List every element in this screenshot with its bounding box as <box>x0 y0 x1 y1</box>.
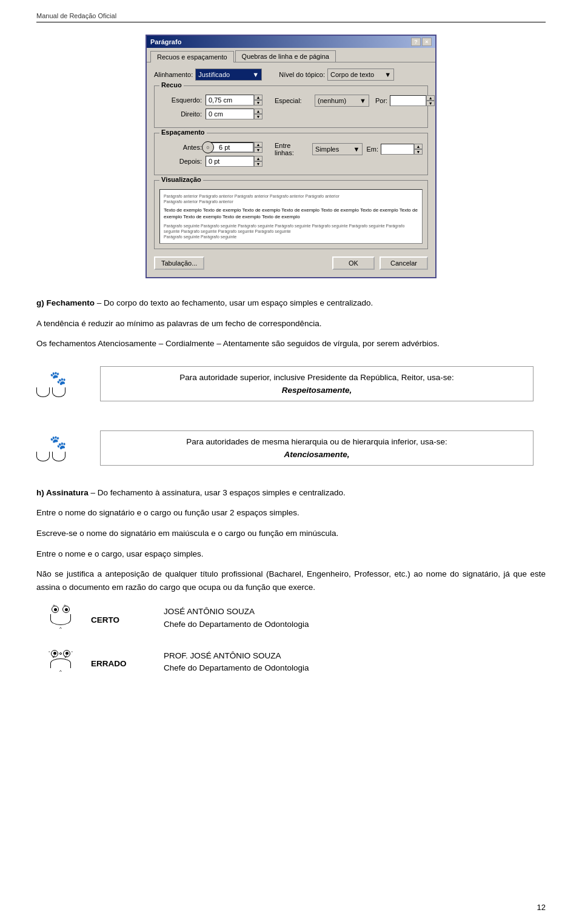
callout2-text: Para autoridades de mesma hierarquia ou … <box>110 437 523 446</box>
alinhamento-label: Alinhamento: <box>154 71 193 78</box>
em-label: Em: <box>366 146 378 153</box>
section-h-text4: Entre o nome e o cargo, usar espaço simp… <box>36 547 546 561</box>
section-h-text5: Não se justifica a anteposição de qualqu… <box>36 567 546 594</box>
section-h-text2: Entre o nome do signatário e o cargo ou … <box>36 506 546 520</box>
dialog-container: Parágrafo ? × Recuos e espaçamento Quebr… <box>36 35 546 278</box>
nivel-dropdown-arrow[interactable]: ▼ <box>384 71 391 78</box>
depois-up[interactable]: ▲ <box>254 156 263 161</box>
section-g-text1-body: – Do corpo do texto ao fechamento, usar … <box>97 298 373 307</box>
antes-spinner[interactable]: ▲ ▼ <box>254 142 263 153</box>
antes-label: Antes: <box>159 144 202 151</box>
errado-details: PROF. JOSÉ ANTÔNIO SOUZA Chefe do Depart… <box>164 650 309 675</box>
esquerdo-label: Esquerdo: <box>159 96 202 104</box>
antes-up[interactable]: ▲ <box>254 142 263 147</box>
recuo-label: Recuo <box>159 81 184 89</box>
main-content: g) Fechamento – Do corpo do texto ao fec… <box>36 296 546 675</box>
entre-linhas-select[interactable]: Simples ▼ <box>312 143 363 155</box>
paragraph-dialog[interactable]: Parágrafo ? × Recuos e espaçamento Quebr… <box>146 35 436 278</box>
figure-icon-1: 🐾 <box>36 370 79 397</box>
certo-icon: ^ ^ ^ <box>36 606 85 632</box>
em-up[interactable]: ▲ <box>414 144 423 149</box>
figure-icon-2: 🐾 <box>36 435 79 461</box>
dialog-main-content: Alinhamento: Justificado ▼ Nível do tópi… <box>147 62 435 277</box>
depois-spinner[interactable]: ▲ ▼ <box>254 156 263 167</box>
section-g-text2: A tendência é reduzir ao mínimo as palav… <box>36 317 546 330</box>
certo-role: Chefe do Departamento de Odontologia <box>164 618 309 631</box>
tab-quebras-linha[interactable]: Quebras de linha e de página <box>235 50 336 62</box>
dialog-footer: Tabulação... OK Cancelar <box>154 254 428 271</box>
por-spinner[interactable]: ▲ ▼ <box>426 95 435 106</box>
ok-button[interactable]: OK <box>332 256 375 270</box>
entre-linhas-label: Entre linhas: <box>275 142 309 156</box>
tabulacao-button[interactable]: Tabulação... <box>154 256 204 270</box>
errado-role: Chefe do Departamento de Odontologia <box>164 662 309 674</box>
especial-label: Especial: <box>275 97 311 104</box>
page-header: Manual de Redação Oficial <box>36 12 546 22</box>
depois-label: Depois: <box>159 158 202 165</box>
callout2-container: 🐾 Para autoridades de mesma hierarquia o… <box>36 422 546 474</box>
esquerdo-spinner[interactable]: ▲ ▼ <box>254 95 263 105</box>
header-title: Manual de Redação Oficial <box>36 12 116 19</box>
errado-name: PROF. JOSÉ ANTÔNIO SOUZA <box>164 650 309 662</box>
direito-input[interactable]: 0 cm <box>206 109 254 119</box>
visualizacao-section: Visualização Parágrafo anterior Parágraf… <box>154 180 428 249</box>
section-h-heading: h) Assinatura <box>36 488 89 497</box>
por-down[interactable]: ▼ <box>426 101 435 106</box>
depois-input[interactable]: 0 pt <box>206 156 254 167</box>
dialog-tabs: Recuos e espaçamento Quebras de linha e … <box>147 48 435 62</box>
por-up[interactable]: ▲ <box>426 95 435 101</box>
section-h-text3: Escreve-se o nome do signatário em maiús… <box>36 527 546 540</box>
callout2-italic: Atenciosamente, <box>110 450 523 459</box>
preview-text-small-3: Parágrafo seguinte Parágrafo seguinte Pa… <box>164 223 418 239</box>
espacamento-section: Espaçamento Antes: ○ 6 pt <box>154 133 428 175</box>
antes-input[interactable]: ○ 6 pt <box>206 142 254 153</box>
section-g-heading: g) Fechamento <box>36 298 95 307</box>
direito-label: Direito: <box>159 110 202 118</box>
preview-text-small-1: Parágrafo anterior Parágrafo anterior Pa… <box>164 193 418 204</box>
esquerdo-up[interactable]: ▲ <box>254 95 263 100</box>
alinhamento-select[interactable]: Justificado ▼ <box>195 69 262 81</box>
direito-down[interactable]: ▼ <box>254 114 263 119</box>
por-input[interactable] <box>390 95 426 106</box>
cancelar-button[interactable]: Cancelar <box>380 256 428 270</box>
nivel-label: Nível do tópico: <box>279 71 325 78</box>
section-g-text1: g) Fechamento – Do corpo do texto ao fec… <box>36 296 546 310</box>
dialog-close-button[interactable]: × <box>422 38 432 46</box>
direito-spinner[interactable]: ▲ ▼ <box>254 109 263 119</box>
section-h-text1: h) Assinatura – Do fechamento à assinatu… <box>36 486 546 500</box>
callout1-box: Para autoridade superior, inclusive Pres… <box>100 366 534 401</box>
page: Manual de Redação Oficial Parágrafo ? × … <box>0 0 582 924</box>
esquerdo-input[interactable]: 0,75 cm <box>206 95 254 105</box>
certo-details: JOSÉ ANTÔNIO SOUZA Chefe do Departamento… <box>164 606 309 631</box>
alinhamento-dropdown-arrow[interactable]: ▼ <box>252 71 259 78</box>
antes-circle-annotation: ○ <box>202 141 214 153</box>
bottom-examples: ^ ^ ^ CERTO JOSÉ ANTÔNIO SOUZA Chefe <box>36 606 546 674</box>
dialog-title: Parágrafo <box>150 38 181 45</box>
section-h-text1-body: – Do fechamento à assinatura, usar 3 esp… <box>91 488 346 497</box>
errado-row: ' v v ' ^ <box>36 650 546 675</box>
depois-down[interactable]: ▼ <box>254 161 263 167</box>
em-input[interactable] <box>381 144 414 155</box>
entre-linhas-arrow[interactable]: ▼ <box>353 146 360 153</box>
em-down[interactable]: ▼ <box>414 149 423 155</box>
certo-name: JOSÉ ANTÔNIO SOUZA <box>164 606 309 618</box>
espacamento-label: Espaçamento <box>159 129 207 136</box>
especial-dropdown-arrow[interactable]: ▼ <box>360 97 366 104</box>
certo-label: CERTO <box>91 615 146 624</box>
dialog-titlebar: Parágrafo ? × <box>147 36 435 48</box>
em-spinner[interactable]: ▲ ▼ <box>414 144 423 155</box>
recuo-section: Recuo Esquerdo: 0,75 cm <box>154 85 428 128</box>
visualizacao-label: Visualização <box>159 176 203 183</box>
preview-area: Parágrafo anterior Parágrafo anterior Pa… <box>159 189 423 244</box>
callout1-italic: Respeitosamente, <box>110 386 523 395</box>
direito-up[interactable]: ▲ <box>254 109 263 114</box>
esquerdo-down[interactable]: ▼ <box>254 100 263 105</box>
certo-row: ^ ^ ^ CERTO JOSÉ ANTÔNIO SOUZA Chefe <box>36 606 546 632</box>
callout1-text: Para autoridade superior, inclusive Pres… <box>110 373 523 382</box>
tab-recuos-espacamento[interactable]: Recuos e espaçamento <box>150 51 234 62</box>
especial-select[interactable]: (nenhum) ▼ <box>315 95 369 107</box>
errado-label: ERRADO <box>91 659 146 668</box>
por-label: Por: <box>375 97 387 104</box>
dialog-help-button[interactable]: ? <box>411 38 421 46</box>
antes-down[interactable]: ▼ <box>254 147 263 153</box>
